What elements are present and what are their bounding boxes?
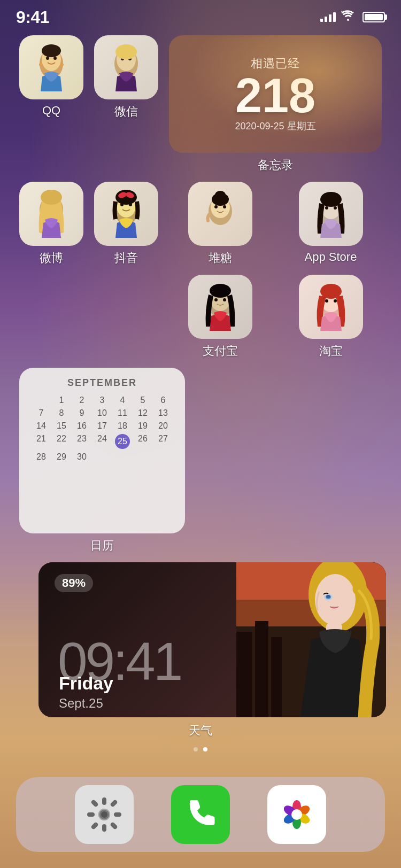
dock-phone[interactable]	[171, 785, 230, 844]
clock-day: Friday	[59, 673, 113, 694]
svg-point-13	[122, 44, 130, 51]
svg-rect-62	[87, 812, 95, 817]
svg-point-29	[223, 205, 226, 208]
svg-rect-51	[255, 621, 268, 717]
svg-point-18	[41, 190, 62, 205]
page-dots	[0, 747, 401, 751]
svg-point-23	[115, 190, 137, 205]
svg-point-6	[60, 63, 64, 66]
weibo-label: 微博	[40, 250, 63, 266]
svg-rect-61	[102, 824, 106, 832]
calendar-label: 日历	[90, 538, 114, 554]
svg-point-46	[320, 284, 342, 299]
svg-point-40	[223, 298, 226, 301]
app-taobao[interactable]: 淘宝	[280, 275, 382, 359]
svg-rect-67	[110, 821, 118, 830]
douyin-label: 抖音	[114, 250, 138, 266]
wifi-icon	[341, 10, 355, 24]
memo-date: 2020-09-25 星期五	[180, 120, 371, 133]
app-qq[interactable]: QQ	[19, 35, 83, 118]
dock	[16, 777, 385, 852]
svg-point-76	[291, 809, 302, 820]
status-bar: 9:41	[0, 0, 401, 27]
app-douyin[interactable]: 抖音	[94, 182, 158, 266]
svg-point-36	[320, 192, 342, 207]
alipay-label: 支付宝	[203, 343, 238, 359]
svg-rect-52	[271, 637, 282, 717]
memo-number: 218	[180, 72, 371, 120]
svg-point-57	[326, 595, 330, 598]
today-marker: 25	[115, 434, 130, 449]
dock-photos[interactable]	[267, 785, 326, 844]
svg-point-34	[325, 206, 328, 210]
appstore-label: App Store	[305, 250, 357, 264]
svg-point-44	[325, 299, 328, 303]
clock-battery: 89%	[55, 574, 93, 592]
app-alipay[interactable]: 支付宝	[169, 275, 271, 359]
clock-date: Sept.25	[59, 696, 103, 711]
wechat-label: 微信	[114, 104, 138, 120]
svg-rect-50	[236, 632, 252, 717]
widget-memo[interactable]: 相遇已经 218 2020-09-25 星期五	[169, 35, 382, 153]
app-duitan[interactable]: 堆糖	[169, 182, 271, 266]
svg-point-35	[334, 206, 337, 210]
svg-point-54	[315, 574, 356, 625]
memo-widget-label: 备忘录	[258, 157, 293, 173]
svg-point-41	[210, 284, 231, 298]
page-dot-0[interactable]	[194, 747, 198, 751]
svg-point-28	[214, 205, 218, 208]
calendar-month: SEPTEMBER	[31, 377, 173, 389]
svg-rect-60	[102, 797, 106, 805]
svg-point-4	[42, 44, 61, 57]
qq-label: QQ	[42, 104, 60, 118]
svg-rect-65	[110, 799, 118, 808]
svg-point-5	[39, 63, 42, 66]
widget-calendar[interactable]: SEPTEMBER 1 2 3 4 5 6 7	[19, 368, 185, 533]
signal-bars-icon	[320, 12, 336, 22]
app-appstore[interactable]: App Store	[280, 182, 382, 266]
battery-icon	[363, 12, 385, 22]
svg-point-39	[214, 298, 218, 301]
svg-rect-64	[90, 799, 99, 808]
svg-rect-66	[90, 821, 99, 830]
status-time: 9:41	[16, 7, 49, 27]
widget-clock[interactable]: 89% 09:41 Friday Sept.25	[38, 562, 386, 717]
weather-label: 天气	[189, 724, 212, 737]
duitan-label: 堆糖	[209, 250, 232, 266]
dock-settings[interactable]	[75, 785, 134, 844]
status-icons	[320, 10, 385, 24]
app-wechat[interactable]: 微信	[94, 35, 158, 120]
svg-point-31	[215, 191, 226, 199]
svg-point-69	[101, 811, 107, 818]
svg-point-2	[46, 57, 49, 60]
page-dot-1[interactable]	[203, 747, 207, 751]
app-weibo[interactable]: 微博	[19, 182, 83, 266]
svg-rect-63	[114, 812, 121, 817]
taobao-label: 淘宝	[319, 343, 343, 359]
svg-point-3	[53, 57, 57, 60]
svg-point-45	[334, 299, 337, 303]
